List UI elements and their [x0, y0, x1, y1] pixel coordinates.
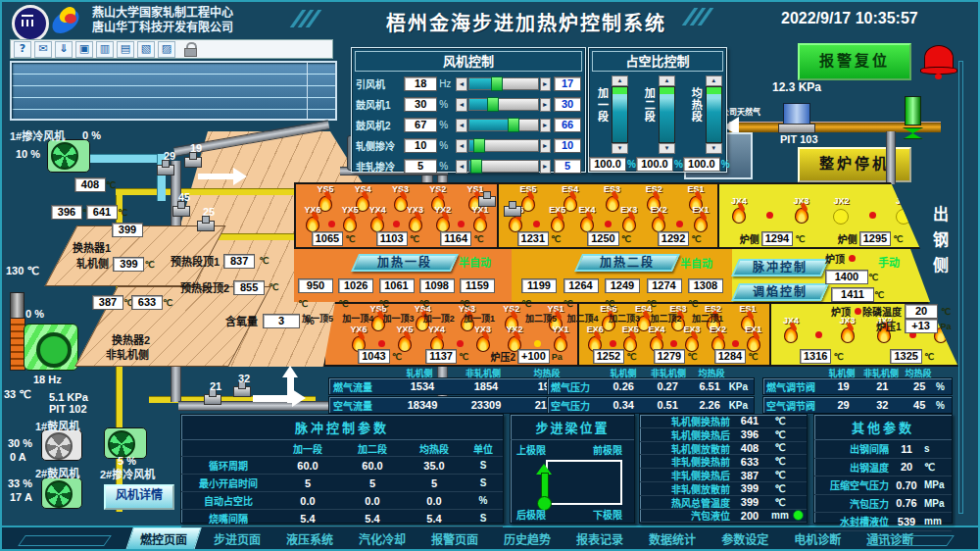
nav-tab[interactable]: 汽化冷却: [349, 528, 416, 549]
blower2-icon[interactable]: [41, 477, 82, 509]
toolbar-icon[interactable]: ▣: [75, 41, 93, 58]
flame-icon: [652, 215, 665, 231]
flame-icon: [732, 340, 739, 347]
flame-adjust-button[interactable]: 调焰控制: [731, 283, 829, 301]
slider-up-arrow[interactable]: ▲: [659, 75, 675, 86]
slider-left-arrow[interactable]: ◄: [456, 77, 466, 91]
descale-temp: 除磷温度20℃: [862, 304, 951, 319]
burner: [814, 316, 824, 338]
valve-icon[interactable]: [204, 394, 221, 405]
slider-right-arrow[interactable]: ►: [540, 160, 551, 174]
burner: [604, 205, 613, 227]
toolbar-icon[interactable]: ⇓: [55, 41, 73, 58]
slider-right-arrow[interactable]: ►: [540, 98, 551, 112]
flame-icon: [815, 331, 822, 338]
slider-down-arrow[interactable]: ▼: [659, 143, 675, 154]
flame-icon: [896, 209, 911, 225]
toolbar-icon[interactable]: ?: [14, 41, 31, 58]
fan-slider[interactable]: [468, 139, 539, 152]
id-fan-pressure: 5.1 KPa: [49, 391, 88, 403]
datetime-display: 2022/9/17 10:35:57: [781, 10, 918, 27]
slider-thumb[interactable]: [487, 97, 499, 112]
blower1-icon[interactable]: [41, 429, 82, 461]
valve-icon[interactable]: [233, 386, 251, 397]
slider-down-arrow[interactable]: ▼: [612, 143, 628, 154]
slider-thumb[interactable]: [473, 138, 485, 153]
table-row: 汽包液位 200 mm: [640, 510, 807, 524]
roof-temp: 950℃ 加一顶5: [298, 276, 337, 325]
slider-left-arrow[interactable]: ◄: [456, 160, 466, 174]
nav-tab[interactable]: 历史趋势: [494, 528, 561, 549]
pulse-control-button[interactable]: 脉冲控制: [731, 259, 829, 276]
burner: YX6: [345, 325, 372, 351]
nav-tab[interactable]: 燃控页面: [125, 527, 201, 550]
flame-icon: [841, 326, 855, 342]
duty-slider[interactable]: ▲ ▼: [706, 75, 722, 154]
nav-tab[interactable]: 参数设定: [711, 528, 778, 549]
zone-temp: 1279℃: [652, 349, 698, 364]
top-strip-zone1: YS5YS4YS3YS2YS1 YX6YX5YX4YX3YX2YX1 1065℃…: [296, 184, 499, 247]
table-row: 压缩空气压力 0.70 MPa: [814, 476, 952, 495]
toolbar-icon[interactable]: ▥: [96, 41, 114, 58]
flame-icon: [869, 212, 876, 219]
slider-left-arrow[interactable]: ◄: [456, 98, 466, 112]
flame-icon: [833, 209, 849, 225]
nav-tab[interactable]: 报警页面: [421, 528, 488, 549]
valve-icon[interactable]: [184, 157, 202, 168]
slider-left-arrow[interactable]: ◄: [456, 119, 466, 132]
duty-slider[interactable]: ▲ ▼: [659, 75, 675, 154]
slider-thumb[interactable]: [470, 159, 482, 174]
toolbar-icon[interactable]: ▨: [158, 41, 175, 58]
slider-up-arrow[interactable]: ▲: [706, 75, 722, 86]
nav-tab[interactable]: 数据统计: [639, 528, 706, 549]
fan-value: 5: [404, 159, 437, 174]
slider-left-arrow[interactable]: ◄: [456, 139, 466, 153]
slider-thumb[interactable]: [491, 76, 503, 91]
slider-right-arrow[interactable]: ►: [540, 77, 551, 91]
fan-detail-button[interactable]: 风机详情: [104, 484, 174, 510]
slider-right-arrow[interactable]: ►: [540, 139, 551, 153]
burner: [531, 205, 541, 227]
nav-tab[interactable]: 液压系统: [276, 528, 343, 549]
roof-temp: 1308℃ 加二顶1: [688, 276, 727, 325]
flame-icon: [473, 215, 487, 231]
valve-icon[interactable]: [157, 165, 174, 175]
nav-tab[interactable]: 步进页面: [204, 528, 270, 549]
slider-right-arrow[interactable]: ►: [540, 119, 551, 132]
alarm-reset-button[interactable]: 报警复位: [798, 43, 911, 80]
valve-icon[interactable]: [504, 206, 521, 217]
toolbar-icon[interactable]: ▧: [137, 41, 155, 58]
zone-temp: 1325℃: [888, 349, 934, 364]
duty-slider[interactable]: ▲ ▼: [612, 75, 628, 154]
valve-icon[interactable]: [172, 206, 190, 217]
valve-icon[interactable]: [197, 221, 215, 231]
toolbar-icon[interactable]: ✉: [34, 41, 52, 58]
blower1-current: 0 A: [10, 451, 26, 463]
fan-slider[interactable]: [468, 160, 539, 173]
fan-slider[interactable]: [468, 77, 539, 90]
valve-icon[interactable]: [478, 196, 496, 207]
alarm-list[interactable]: [10, 61, 337, 121]
toolbar-icon[interactable]: ▤: [117, 41, 134, 58]
zone3-mode: 手动: [878, 254, 900, 270]
flow-arrow: [198, 174, 233, 179]
slider-up-arrow[interactable]: ▲: [612, 75, 628, 86]
slider-down-arrow[interactable]: ▼: [706, 143, 722, 154]
fan-slider[interactable]: [468, 119, 539, 131]
id-fan-icon[interactable]: [24, 324, 78, 371]
fan1-icon[interactable]: [47, 139, 90, 173]
slider-thumb[interactable]: [508, 118, 519, 132]
nav-tab[interactable]: 报表记录: [566, 528, 633, 549]
frame-decoration: [958, 61, 963, 514]
alarm-bell-icon: [935, 74, 942, 79]
table-row: 循环周期 60.0 60.0 35.0 S: [181, 457, 503, 475]
temp-633: 633℃: [131, 292, 172, 310]
pressure-transmitter-icon: [778, 124, 815, 133]
roof-temp: 1098℃ 加一顶2: [419, 276, 459, 325]
temp-408: 408℃: [74, 175, 116, 192]
fan1-speed: 10 %: [16, 148, 40, 160]
org-name-line1: 燕山大学国家轧制工程中心: [92, 6, 233, 21]
nav-tab[interactable]: 电机诊断: [784, 528, 851, 549]
table-row: 自动占空比 0.0 0.0 0.0 %: [181, 492, 503, 510]
fan-slider[interactable]: [468, 98, 539, 111]
